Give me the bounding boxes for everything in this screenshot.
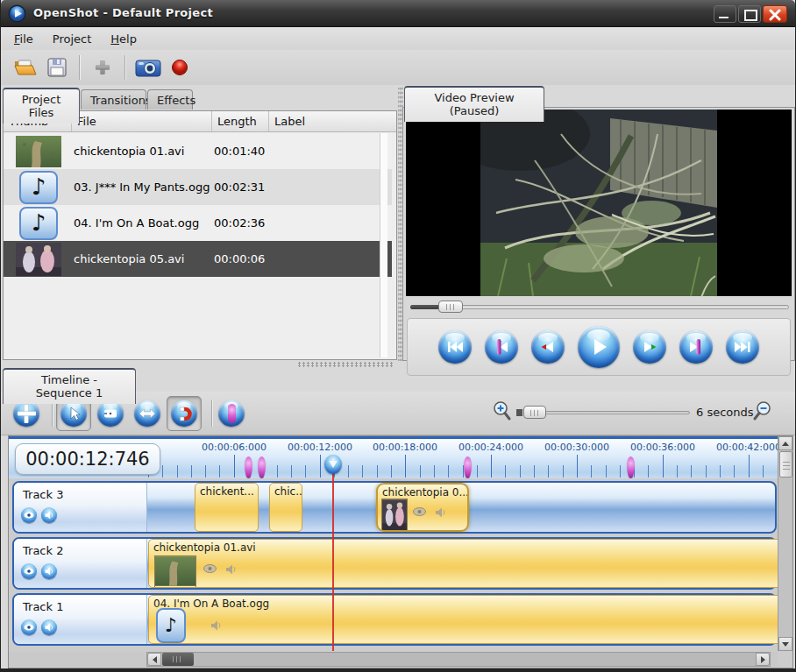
file-list-scrollbar[interactable] [380, 133, 387, 357]
track-visibility-button[interactable] [21, 507, 37, 523]
minimize-button[interactable] [714, 5, 736, 23]
zoom-in-button[interactable] [492, 400, 511, 423]
track-2: chickentopia 01.avi [12, 537, 777, 590]
snap-toggle-button[interactable] [171, 400, 197, 427]
file-row[interactable]: chickentopia 01.avi 00:01:40 [4, 133, 392, 169]
column-label[interactable]: Label [269, 111, 387, 131]
next-marker-button[interactable] [679, 330, 713, 364]
file-row[interactable]: 03. J*** In My Pants.ogg 00:02:31 [4, 169, 392, 205]
scroll-up-button[interactable] [778, 436, 792, 450]
add-marker-button[interactable] [218, 400, 245, 427]
timeline-vertical-scrollbar[interactable] [778, 436, 792, 651]
timeline-panel: 00:00:06:000 00:00:12:000 00:00:18:000 0… [8, 435, 793, 668]
record-button[interactable] [164, 53, 195, 82]
timeline-clip[interactable]: chickentopia 01.avi [148, 539, 778, 588]
openshot-window: OpenShot - Default Project File Project … [0, 0, 796, 672]
toolbar-separator [124, 55, 126, 80]
horizontal-splitter[interactable] [297, 362, 394, 367]
resize-mode-button[interactable] [134, 400, 160, 427]
openshot-logo-icon [8, 4, 26, 23]
zoom-out-button[interactable] [753, 400, 772, 423]
zoom-slider-handle[interactable] [523, 406, 546, 419]
timeline-clip-selected[interactable]: chickentopia 0... [376, 483, 469, 532]
skip-start-icon [446, 341, 464, 353]
seek-track[interactable] [410, 305, 789, 309]
column-file[interactable]: File [72, 111, 212, 131]
track-audio-button[interactable] [41, 563, 57, 579]
import-files-button[interactable] [87, 53, 118, 82]
timeline-horizontal-scrollbar[interactable] [146, 652, 771, 667]
clip-audio-icon[interactable] [435, 507, 446, 518]
children-video-thumbnail [4, 243, 74, 276]
rewind-button[interactable] [531, 330, 565, 364]
timeline-ruler[interactable]: 00:00:06:000 00:00:12:000 00:00:18:000 0… [9, 436, 778, 478]
clip-visibility-icon[interactable] [413, 507, 426, 516]
vscroll-thumb[interactable] [779, 451, 792, 477]
tab-project-files[interactable]: Project Files [3, 88, 80, 124]
track-3: chickent... chic... chickentopia 0... [12, 481, 777, 534]
track-audio-button[interactable] [41, 619, 57, 635]
capture-button[interactable] [132, 53, 164, 82]
previous-marker-button[interactable] [485, 330, 518, 364]
zoom-slider-track[interactable] [523, 411, 690, 414]
tab-transitions[interactable]: Transitions [81, 89, 146, 110]
razor-mode-button[interactable] [97, 400, 124, 427]
playhead-handle[interactable] [324, 455, 342, 474]
menu-file[interactable]: File [6, 30, 41, 48]
file-row-selected[interactable]: chickentopia 05.avi 00:00:06 [4, 241, 392, 277]
hscroll-thumb[interactable] [162, 653, 194, 666]
toolbar-separator [211, 400, 213, 427]
menubar: File Project Help [1, 27, 795, 50]
ruler-time-label: 00:00:18:000 [373, 442, 437, 453]
scroll-left-button[interactable] [147, 653, 161, 666]
clip-audio-icon[interactable] [225, 564, 237, 575]
save-project-button[interactable] [41, 53, 73, 82]
zoom-in-icon [492, 400, 511, 422]
ruler-major-tick [663, 455, 664, 477]
clip-visibility-icon[interactable] [203, 564, 217, 573]
seek-to-end-button[interactable] [726, 330, 759, 364]
select-mode-button[interactable] [60, 400, 87, 427]
track-name: Track 2 [23, 544, 63, 557]
open-project-button[interactable] [10, 53, 41, 82]
close-button[interactable] [763, 5, 787, 23]
tab-video-preview[interactable]: Video Preview (Paused) [404, 86, 544, 122]
tab-label: Transitions [90, 94, 152, 107]
ruler-time-label: 00:00:12:000 [288, 442, 352, 453]
preview-seek-slider[interactable] [410, 301, 789, 313]
timeline-clip[interactable]: chic... [269, 483, 302, 532]
column-length[interactable]: Length [212, 111, 269, 131]
track-header: Track 3 [14, 483, 147, 532]
tab-label: Video Preview (Paused) [434, 91, 514, 117]
titlebar[interactable]: OpenShot - Default Project [1, 0, 795, 27]
tab-timeline[interactable]: Timeline - Sequence 1 [3, 368, 136, 404]
menu-project[interactable]: Project [45, 30, 99, 48]
current-timecode: 00:00:12:746 [15, 443, 160, 475]
maximize-button[interactable] [738, 5, 761, 23]
record-icon [171, 59, 188, 76]
track-visibility-button[interactable] [21, 563, 37, 579]
scroll-down-button[interactable] [778, 637, 792, 651]
seek-handle[interactable] [438, 301, 463, 313]
file-length: 00:01:40 [214, 145, 271, 158]
eye-icon [24, 624, 34, 631]
camera-icon [135, 57, 161, 78]
menu-help[interactable]: Help [103, 30, 145, 48]
close-icon [769, 9, 781, 21]
seek-to-start-button[interactable] [438, 330, 472, 364]
clip-audio-icon[interactable] [210, 620, 222, 631]
track-visibility-button[interactable] [21, 619, 37, 635]
razor-icon [102, 406, 119, 421]
tab-effects[interactable]: Effects [147, 89, 193, 110]
scroll-right-button[interactable] [756, 653, 770, 666]
file-name: 04. I'm On A Boat.ogg [74, 216, 214, 230]
timeline-clip[interactable]: 04. I'm On A Boat.ogg [148, 595, 778, 644]
ruler-major-tick [577, 455, 578, 477]
track-audio-button[interactable] [41, 507, 57, 523]
play-button[interactable] [578, 326, 620, 368]
file-row[interactable]: 04. I'm On A Boat.ogg 00:02:36 [4, 205, 392, 241]
timeline-clip[interactable]: chickent... [195, 483, 259, 532]
fast-forward-button[interactable] [633, 330, 666, 364]
file-name: chickentopia 01.avi [74, 145, 214, 158]
add-track-button[interactable] [13, 400, 39, 427]
